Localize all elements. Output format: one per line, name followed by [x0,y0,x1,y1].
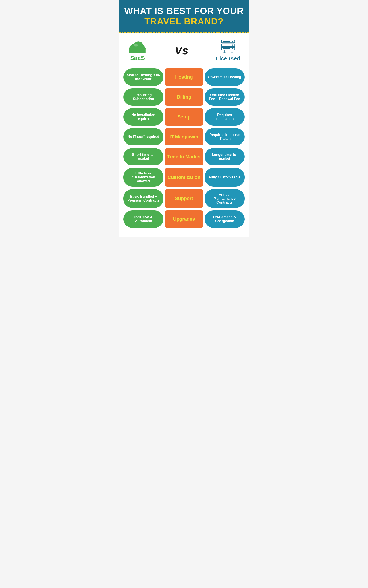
category-cell-1: Billing [165,88,203,106]
comparison-row-2: No Installation requiredSetupRequires In… [123,108,245,126]
comparison-row-5: Little to no customization allowedCustom… [123,168,245,187]
saas-cell-4: Short time-to-market [123,148,164,165]
licensed-cell-3: Requires in-house IT team [204,128,245,146]
svg-point-5 [134,44,138,46]
licensed-cell-7: On-Demand & Chargeable [204,211,245,228]
category-cell-7: Upgrades [165,211,203,228]
saas-cell-3: No IT staff required [123,128,164,146]
server-icon [220,39,237,54]
category-cell-4: Time to Market [165,148,203,165]
saas-cell-5: Little to no customization allowed [123,168,164,187]
cloud-icon [128,40,147,54]
licensed-cell-6: Annual Maintainance Contracts [204,189,245,208]
category-cell-0: Hosting [165,68,203,86]
saas-logo: SaaS [128,40,147,62]
licensed-cell-2: Requires Installation [204,108,245,126]
saas-cell-0: Shared Hosting 'On-the-Cloud' [123,68,164,86]
svg-point-11 [232,44,233,46]
licensed-cell-0: On-Premise Hosting [204,68,245,86]
category-cell-3: IT Manpower [165,128,203,146]
svg-point-14 [232,48,233,49]
category-cell-5: Customization [165,168,203,187]
header-title-line2: TRAVEL BRAND? [123,16,245,27]
saas-cell-6: Basic Bundled + Premium Contracts [123,189,164,208]
vs-text: Vs [175,44,189,57]
category-cell-2: Setup [165,108,203,126]
saas-label: SaaS [130,55,145,62]
saas-cell-2: No Installation required [123,108,164,126]
licensed-cell-4: Longer time-to-market [204,148,245,165]
comparison-row-3: No IT staff requiredIT ManpowerRequires … [123,128,245,146]
comparison-row-0: Shared Hosting 'On-the-Cloud'HostingOn-P… [123,68,245,86]
svg-rect-4 [129,48,146,53]
licensed-cell-1: One-time License Fee + Renewal Fee [204,88,245,106]
comparison-row-7: Inclusive & AutomaticUpgradesOn-Demand &… [123,211,245,228]
header: WHAT IS BEST FOR YOUR TRAVEL BRAND? [119,0,249,33]
licensed-label: Licensed [216,55,240,62]
comparison-row-4: Short time-to-marketTime to MarketLonger… [123,148,245,165]
comparison-row-6: Basic Bundled + Premium ContractsSupport… [123,189,245,208]
licensed-logo: Licensed [216,39,240,62]
saas-cell-1: Recurring Subscription [123,88,164,106]
comparison-row-1: Recurring SubscriptionBillingOne-time Li… [123,88,245,106]
category-cell-6: Support [165,189,203,208]
svg-point-8 [232,41,233,42]
licensed-cell-5: Fully Customizable [204,168,245,187]
header-title-line1: WHAT IS BEST FOR YOUR [123,6,245,16]
main-container: WHAT IS BEST FOR YOUR TRAVEL BRAND? SaaS… [119,0,249,237]
saas-cell-7: Inclusive & Automatic [123,211,164,228]
comparison-section: Shared Hosting 'On-the-Cloud'HostingOn-P… [119,66,249,237]
logo-row: SaaS Vs Licensed [119,33,249,66]
